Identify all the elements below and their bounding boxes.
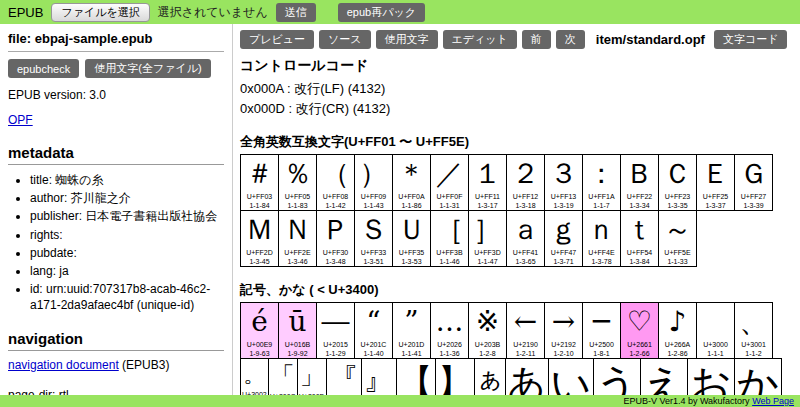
toolbar-button-1[interactable]: プレビュー — [240, 30, 314, 49]
kana-char-grid: éU+00E91-9-63ūU+016B1-9-92―U+20151-1-29“… — [240, 302, 800, 407]
char-kuten-label: 1-3-51 — [356, 257, 391, 266]
char-glyph: ū — [280, 304, 315, 340]
char-cell: ＧU+FF271-3-39 — [734, 154, 773, 211]
file-status-text: 選択されていません — [158, 4, 268, 21]
char-unicode-label: U+FF25 — [698, 192, 733, 201]
char-kuten-label: 1-2-11 — [508, 349, 543, 358]
char-kuten-label: 1-2-66 — [622, 349, 657, 358]
used-chars-all-button[interactable]: 使用文字(全ファイル) — [85, 59, 210, 78]
char-unicode-label: U+2500 — [584, 340, 619, 349]
char-unicode-label: U+FF23 — [660, 192, 695, 201]
char-kuten-label: 1-3-19 — [546, 201, 581, 210]
char-cell: …U+20261-1-36 — [430, 302, 469, 359]
char-glyph: Ｃ — [660, 156, 695, 192]
char-kuten-label: 1-1-83 — [280, 201, 315, 210]
char-cell: ”U+201D1-1-41 — [392, 302, 431, 359]
char-glyph: ＊ — [394, 156, 429, 192]
fullwidth-grid-row: ＭU+FF2D1-3-45ＮU+FF2E1-3-46ＰU+FF301-3-48Ｓ… — [240, 210, 800, 267]
char-glyph: ” — [394, 304, 429, 340]
page-dir-label: page-dir: rtl — [8, 388, 224, 396]
char-unicode-label: U+266A — [660, 340, 695, 349]
epubcheck-button[interactable]: epubcheck — [8, 59, 79, 78]
char-glyph: ＃ — [242, 156, 277, 192]
char-glyph: Ｇ — [736, 156, 771, 192]
content-panel: プレビューソース使用文字エディット前次 item/standard.opf 文字… — [234, 24, 800, 407]
toolbar-button-3[interactable]: 使用文字 — [376, 30, 438, 49]
char-glyph: ｇ — [546, 212, 581, 248]
toolbar-button-5[interactable]: 前 — [522, 30, 551, 49]
char-unicode-label: U+FF47 — [546, 248, 581, 257]
char-glyph: ｎ — [584, 212, 619, 248]
char-kuten-label: 1-3-46 — [280, 257, 315, 266]
char-cell: ：U+FF1A1-1-7 — [582, 154, 621, 211]
char-glyph: ％ — [280, 156, 315, 192]
char-kuten-label: 1-2-86 — [660, 349, 695, 358]
char-cell: ＮU+FF2E1-3-46 — [278, 210, 317, 267]
char-kuten-label: 1-3-45 — [242, 257, 277, 266]
char-unicode-label: U+FF13 — [546, 192, 581, 201]
char-cell: ／U+FF0F1-1-31 — [430, 154, 469, 211]
char-unicode-label: U+3000 — [698, 340, 733, 349]
char-kuten-label: 1-1-43 — [356, 201, 391, 210]
divider — [8, 51, 224, 52]
char-glyph: ～ — [660, 212, 695, 248]
char-glyph: 」 — [299, 360, 325, 392]
metadata-item: lang: ja — [30, 263, 224, 279]
char-cell: ※U+203B1-2-8 — [468, 302, 507, 359]
char-glyph: 』 — [363, 360, 395, 398]
char-unicode-label: U+FF4E — [584, 248, 619, 257]
toolbar-button-6[interactable]: 次 — [556, 30, 585, 49]
kana-grid-row: éU+00E91-9-63ūU+016B1-9-92―U+20151-1-29“… — [240, 302, 800, 359]
char-glyph: “ — [356, 304, 391, 340]
char-kuten-label: 1-1-31 — [432, 201, 467, 210]
char-kuten-label: 1-1-29 — [318, 349, 353, 358]
left-panel: file: ebpaj-sample.epub epubcheck 使用文字(全… — [0, 24, 233, 395]
char-kuten-label: 1-1-42 — [318, 201, 353, 210]
char-glyph: 、 — [736, 304, 771, 340]
repack-button[interactable]: epub再パック — [338, 3, 425, 22]
toolbar-button-2[interactable]: ソース — [319, 30, 371, 49]
char-glyph: ― — [318, 304, 353, 340]
metadata-list: title: 蜘蛛の糸author: 芥川龍之介publisher: 日本電子書… — [8, 172, 224, 314]
charcode-button[interactable]: 文字コード — [714, 30, 788, 49]
file-label: file: ebpaj-sample.epub — [8, 31, 224, 46]
metadata-item: pubdate: — [30, 245, 224, 261]
char-unicode-label: U+FF41 — [508, 248, 543, 257]
submit-button[interactable]: 送信 — [276, 3, 316, 22]
char-cell: １U+FF111-3-17 — [468, 154, 507, 211]
navigation-document-link[interactable]: navigation document — [8, 358, 119, 372]
char-glyph: ぁ — [476, 360, 504, 394]
char-glyph: ２ — [508, 156, 543, 192]
char-glyph: ※ — [470, 304, 505, 340]
char-glyph: Ｍ — [242, 212, 277, 248]
char-cell: ＳU+FF331-3-51 — [354, 210, 393, 267]
char-glyph — [698, 304, 733, 340]
opf-link[interactable]: OPF — [8, 113, 33, 127]
char-cell: （U+FF081-1-42 — [316, 154, 355, 211]
char-unicode-label: U+FF30 — [318, 248, 353, 257]
char-unicode-label: U+FF2D — [242, 248, 277, 257]
footer-web-page-link[interactable]: Web Page — [752, 396, 794, 406]
char-cell: ♪U+266A1-2-86 — [658, 302, 697, 359]
char-cell: ）U+FF091-1-43 — [354, 154, 393, 211]
char-unicode-label: U+FF0F — [432, 192, 467, 201]
char-kuten-label: 1-2-10 — [546, 349, 581, 358]
char-kuten-label: 1-3-48 — [318, 257, 353, 266]
top-toolbar: EPUB ファイルを選択 選択されていません 送信 epub再パック — [0, 0, 800, 24]
char-cell: ］U+FF3D1-1-47 — [468, 210, 507, 267]
char-glyph: ─ — [584, 304, 619, 340]
char-glyph: （ — [318, 156, 353, 192]
fullwidth-char-grid: ＃U+FF031-1-84％U+FF051-1-83（U+FF081-1-42）… — [240, 154, 800, 267]
char-glyph: 「 — [270, 360, 296, 392]
char-unicode-label: U+FF0A — [394, 192, 429, 201]
char-glyph: ３ — [546, 156, 581, 192]
nav-link-suffix: (EPUB3) — [119, 358, 170, 372]
char-glyph: ： — [584, 156, 619, 192]
char-unicode-label: U+FF27 — [736, 192, 771, 201]
file-select-button[interactable]: ファイルを選択 — [51, 3, 149, 22]
char-unicode-label: U+FF1A — [584, 192, 619, 201]
metadata-item: rights: — [30, 227, 224, 243]
toolbar-button-4[interactable]: エディット — [443, 30, 517, 49]
char-kuten-label: 1-1-33 — [660, 257, 695, 266]
char-kuten-label: 1-9-63 — [242, 349, 277, 358]
